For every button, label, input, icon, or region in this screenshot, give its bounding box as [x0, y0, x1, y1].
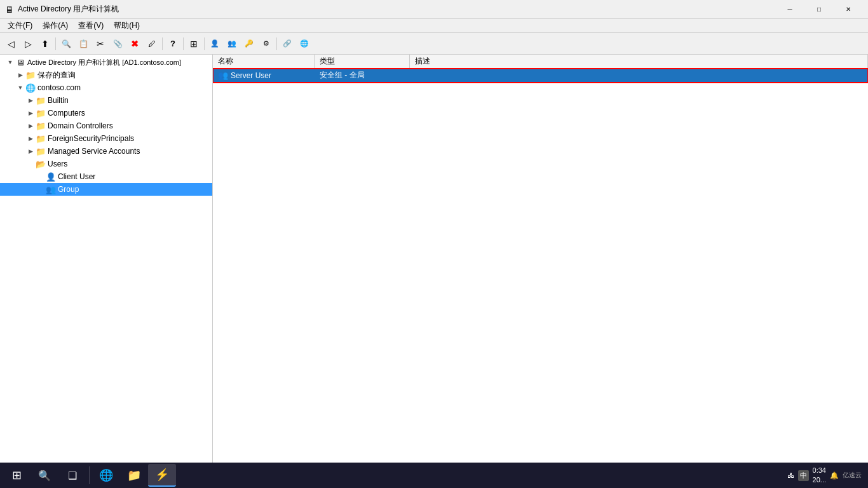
col-header-name[interactable]: 名称: [213, 55, 315, 68]
new-user-button[interactable]: 👤: [207, 36, 223, 52]
folder-icon-msa: 📁: [36, 146, 46, 156]
folder-icon-saved: 📁: [25, 70, 36, 80]
find-button[interactable]: 🔍: [58, 36, 74, 52]
tree-item-builtin[interactable]: ▶ 📁 Builtin: [0, 94, 212, 107]
link-button[interactable]: 🔗: [279, 36, 295, 52]
tree-label-computers: Computers: [48, 109, 85, 118]
group-icon-tree: 👥: [46, 184, 56, 194]
close-button[interactable]: ✕: [834, 0, 863, 19]
col-header-type[interactable]: 类型: [315, 55, 410, 68]
taskbar: ⊞ 🔍 ❑ 🌐 📁 ⚡ 🖧 中 0:34 20... 🔔 亿速云: [0, 463, 868, 488]
taskbar-right: 🖧 中 0:34 20... 🔔 亿速云: [787, 466, 865, 485]
expand-icon-contoso: ▼: [15, 83, 25, 93]
ie-taskbar-button[interactable]: 🌐: [92, 464, 120, 487]
tree-label-client-user: Client User: [58, 172, 95, 181]
toolbar-separator-4: [204, 37, 205, 50]
tree-item-group[interactable]: 👥 Group: [0, 183, 212, 196]
app-icon: 🖥: [5, 4, 14, 15]
cell-type-server-user: 安全组 - 全局: [315, 69, 410, 82]
menu-bar: 文件(F) 操作(A) 查看(V) 帮助(H): [0, 19, 868, 33]
expand-icon-builtin: ▶: [25, 95, 36, 105]
column-headers: 名称 类型 描述: [213, 55, 868, 69]
explorer-taskbar-button[interactable]: 📁: [120, 464, 148, 487]
tree-item-saved-queries[interactable]: ▶ 📁 保存的查询: [0, 69, 212, 81]
toolbar-separator-2: [162, 37, 163, 50]
cut-button[interactable]: ✂: [92, 36, 109, 52]
ad-icon: 🖥: [15, 57, 25, 67]
clock-time: 0:34: [813, 466, 826, 475]
toolbar-separator-5: [276, 37, 277, 50]
tree-label-root: Active Directory 用户和计算机 [AD1.contoso.com…: [27, 58, 181, 67]
view-button[interactable]: ⊞: [186, 36, 202, 52]
toolbar: ◁ ▷ ⬆ 🔍 📋 ✂ 📎 ✖ 🖊 ? ⊞ 👤 👥 🔑 ⚙ 🔗 🌐: [0, 33, 868, 55]
content-panel: 名称 类型 描述 👥 Server User 安全组 - 全局: [213, 55, 868, 463]
folder-icon-fsp: 📁: [36, 133, 46, 144]
filter-button[interactable]: ⚙: [258, 36, 275, 52]
tree-label-users: Users: [48, 159, 67, 168]
folder-icon-users: 📂: [36, 159, 46, 169]
back-button[interactable]: ◁: [3, 36, 19, 52]
brand-label: 亿速云: [843, 471, 862, 480]
tree-item-domain-controllers[interactable]: ▶ 📁 Domain Controllers: [0, 119, 212, 132]
titlebar-controls: ─ □ ✕: [775, 0, 863, 19]
lang-indicator: 中: [798, 470, 809, 481]
folder-icon-dc: 📁: [36, 121, 46, 131]
table-row-server-user[interactable]: 👥 Server User 安全组 - 全局: [213, 69, 868, 83]
properties-button[interactable]: 🖊: [144, 36, 160, 52]
key-button[interactable]: 🔑: [241, 36, 257, 52]
tree-item-foreign-security[interactable]: ▶ 📁 ForeignSecurityPrincipals: [0, 132, 212, 145]
maximize-button[interactable]: □: [804, 0, 834, 19]
col-header-desc[interactable]: 描述: [410, 55, 868, 68]
user-icon-client: 👤: [46, 172, 56, 182]
delegate-button[interactable]: 🌐: [296, 36, 313, 52]
expand-icon-msa: ▶: [25, 146, 36, 156]
expand-icon-users: [25, 159, 36, 169]
clock-date: 20...: [813, 475, 826, 485]
delete-button[interactable]: ✖: [126, 36, 143, 52]
toolbar-separator-3: [183, 37, 184, 50]
tree-item-client-user[interactable]: 👤 Client User: [0, 170, 212, 183]
search-taskbar-button[interactable]: 🔍: [31, 464, 58, 487]
start-button[interactable]: ⊞: [3, 464, 31, 487]
expand-icon-fsp: ▶: [25, 133, 36, 144]
tree-item-contoso[interactable]: ▼ 🌐 contoso.com: [0, 81, 212, 94]
taskbar-separator: [89, 466, 90, 484]
tree-item-managed-service[interactable]: ▶ 📁 Managed Service Accounts: [0, 145, 212, 158]
ad-taskbar-button[interactable]: ⚡: [148, 464, 176, 487]
menu-action[interactable]: 操作(A): [37, 19, 73, 32]
toolbar-separator-1: [55, 37, 56, 50]
titlebar-title: Active Directory 用户和计算机: [18, 4, 119, 15]
clock-area: 0:34 20...: [813, 466, 826, 485]
expand-icon-saved: ▶: [15, 70, 25, 80]
folder-icon-computers: 📁: [36, 108, 46, 118]
menu-view[interactable]: 查看(V): [73, 19, 109, 32]
expand-icon-computers: ▶: [25, 108, 36, 118]
help-button[interactable]: ?: [165, 36, 181, 52]
forward-button[interactable]: ▷: [20, 36, 36, 52]
tree-label-dc: Domain Controllers: [48, 121, 113, 130]
up-button[interactable]: ⬆: [37, 36, 53, 52]
copy-button[interactable]: 📋: [75, 36, 92, 52]
cell-desc-server-user: [410, 69, 868, 82]
menu-file[interactable]: 文件(F): [3, 19, 37, 32]
tree-label-group: Group: [58, 185, 79, 194]
tree-label-fsp: ForeignSecurityPrincipals: [48, 134, 134, 143]
expand-icon-group: [36, 184, 46, 194]
tree-item-computers[interactable]: ▶ 📁 Computers: [0, 107, 212, 119]
menu-help[interactable]: 帮助(H): [109, 19, 145, 32]
tree-item-root[interactable]: ▼ 🖥 Active Directory 用户和计算机 [AD1.contoso…: [0, 56, 212, 69]
tree-panel: ▼ 🖥 Active Directory 用户和计算机 [AD1.contoso…: [0, 55, 213, 463]
titlebar-left: 🖥 Active Directory 用户和计算机: [5, 4, 119, 15]
cell-name-server-user: 👥 Server User: [213, 69, 315, 82]
expand-icon-root: ▼: [5, 57, 15, 67]
paste-button[interactable]: 📎: [109, 36, 126, 52]
task-view-button[interactable]: ❑: [58, 464, 86, 487]
tree-label-saved-queries: 保存的查询: [37, 70, 76, 81]
tree-label-contoso: contoso.com: [37, 83, 81, 92]
expand-icon-client: [36, 172, 46, 182]
folder-icon-builtin: 📁: [36, 95, 46, 105]
minimize-button[interactable]: ─: [775, 0, 804, 19]
tree-item-users[interactable]: 📂 Users: [0, 158, 212, 170]
new-group-button[interactable]: 👥: [224, 36, 240, 52]
main-area: ▼ 🖥 Active Directory 用户和计算机 [AD1.contoso…: [0, 55, 868, 463]
